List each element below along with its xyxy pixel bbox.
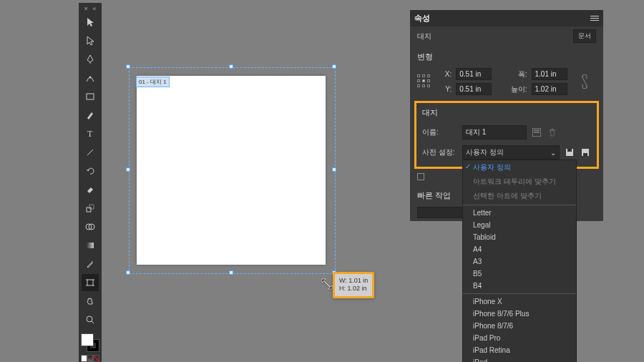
delete-preset-icon[interactable] (580, 147, 591, 158)
fill-stroke-control[interactable] (81, 333, 99, 352)
resize-handle[interactable] (229, 270, 233, 275)
collapse-icon[interactable]: « (93, 6, 97, 12)
resize-cursor-icon (321, 278, 333, 290)
preset-option[interactable]: Tabloid (463, 231, 576, 243)
artboard[interactable] (137, 76, 326, 265)
preset-option[interactable]: 아트워크 테두리에 맞추기 (463, 175, 576, 189)
svg-rect-5 (89, 205, 94, 209)
shape-builder-tool[interactable] (82, 218, 99, 235)
w-label: 폭: (503, 69, 527, 79)
x-label: X: (443, 70, 452, 78)
svg-line-15 (92, 321, 94, 323)
preset-option[interactable]: iPad Retina (463, 344, 576, 356)
svg-line-3 (87, 150, 93, 155)
preset-option[interactable]: Letter (463, 207, 576, 219)
y-label: Y: (443, 85, 452, 93)
rotate-tool[interactable] (82, 162, 99, 180)
y-input[interactable]: 0.51 in (456, 83, 492, 95)
color-mode-row[interactable] (81, 355, 99, 362)
panel-menu-icon[interactable] (590, 16, 599, 21)
resize-handle[interactable] (332, 64, 336, 69)
gradient-tool[interactable] (82, 237, 99, 254)
resize-handle[interactable] (229, 64, 233, 69)
delete-artboard-icon[interactable] (547, 127, 558, 138)
preset-value: 사용자 정의 (466, 147, 504, 157)
paintbrush-tool[interactable] (82, 107, 99, 124)
type-tool[interactable]: T (82, 125, 99, 142)
preset-option[interactable]: 선택한 아트에 맞추기 (463, 189, 576, 203)
transform-heading: 변형 (410, 46, 603, 65)
direct-selection-tool[interactable] (82, 32, 99, 49)
hand-tool[interactable] (82, 293, 99, 310)
tooltip-width: W: 1.01 in (339, 277, 368, 285)
name-label: 이름: (422, 127, 462, 137)
artboard-heading: 대지 (421, 107, 592, 122)
preset-options-list: 사용자 정의 아트워크 테두리에 맞추기 선택한 아트에 맞추기 Letter … (462, 160, 577, 362)
preset-option[interactable]: iPad Pro (463, 332, 576, 344)
svg-rect-8 (87, 243, 94, 248)
w-input[interactable]: 1.01 in (532, 68, 567, 80)
resize-handle[interactable] (126, 270, 130, 275)
document-button[interactable]: 문서 (573, 29, 596, 43)
curvature-tool[interactable] (82, 69, 99, 87)
preset-option[interactable]: B5 (463, 268, 576, 280)
svg-rect-4 (87, 207, 91, 212)
preset-option[interactable]: B4 (463, 280, 576, 292)
preset-option[interactable]: iPad (463, 356, 576, 362)
artboard-name-input[interactable]: 대지 1 (462, 125, 527, 140)
preset-option[interactable]: A3 (463, 255, 576, 268)
preset-option[interactable]: iPhone 8/7/6 Plus (463, 308, 576, 320)
h-input[interactable]: 1.02 in (532, 83, 567, 95)
svg-rect-23 (583, 153, 587, 156)
preset-option[interactable]: Legal (463, 219, 576, 231)
preset-label: 사전 설정: (422, 147, 462, 157)
resize-handle[interactable] (126, 167, 130, 172)
selection-tool[interactable] (82, 14, 99, 31)
save-preset-icon[interactable] (564, 147, 575, 158)
dimensions-tooltip: W: 1.01 in H: 1.02 in (333, 272, 374, 298)
eyedropper-tool[interactable] (82, 255, 99, 273)
tools-panel: × « T (79, 3, 102, 362)
constrain-proportions-icon[interactable] (579, 74, 589, 89)
svg-rect-9 (87, 280, 93, 285)
artboard-options-icon[interactable] (531, 127, 542, 138)
h-label: 높이: (503, 84, 527, 94)
preset-dropdown[interactable]: 사용자 정의 ⌄ 사용자 정의 아트워크 테두리에 맞추기 선택한 아트에 맞추… (462, 145, 560, 160)
fill-swatch[interactable] (81, 333, 94, 346)
rectangle-tool[interactable] (82, 88, 99, 105)
artboard-label[interactable]: 01 - 대지 1 (136, 77, 170, 87)
artboard-tool[interactable] (82, 274, 99, 291)
resize-handle[interactable] (126, 64, 130, 69)
x-input[interactable]: 0.51 in (456, 68, 492, 80)
preset-option[interactable]: iPhone X (463, 295, 576, 308)
chevron-down-icon: ⌄ (550, 149, 556, 157)
artboard-section-highlight: 대지 이름: 대지 1 사전 설정: 사용자 정의 ⌄ 사용자 정의 아트워크 … (414, 101, 599, 169)
subject-label: 대지 (417, 31, 431, 41)
close-icon[interactable]: × (84, 6, 87, 12)
eraser-tool[interactable] (82, 181, 99, 198)
move-artwork-checkbox[interactable] (417, 173, 424, 180)
svg-text:T: T (87, 129, 93, 139)
resize-handle[interactable] (332, 167, 336, 172)
properties-panel: 속성 대지 문서 변형 X: 0.51 in 폭: 1.01 in Y: 0.5… (410, 10, 603, 221)
line-tool[interactable] (82, 144, 99, 161)
tooltip-height: H: 1.02 in (339, 285, 368, 293)
zoom-tool[interactable] (82, 311, 99, 328)
preset-option[interactable]: iPhone 8/7/6 (463, 320, 576, 332)
svg-rect-21 (567, 149, 572, 152)
preset-option[interactable]: 사용자 정의 (463, 160, 576, 175)
preset-option[interactable]: A4 (463, 243, 576, 255)
svg-point-14 (87, 316, 92, 322)
svg-rect-1 (87, 94, 94, 99)
pen-tool[interactable] (82, 51, 99, 68)
reference-point-control[interactable] (417, 74, 431, 89)
svg-point-0 (89, 77, 92, 79)
scale-tool[interactable] (82, 200, 99, 217)
panel-title[interactable]: 속성 (414, 13, 430, 24)
